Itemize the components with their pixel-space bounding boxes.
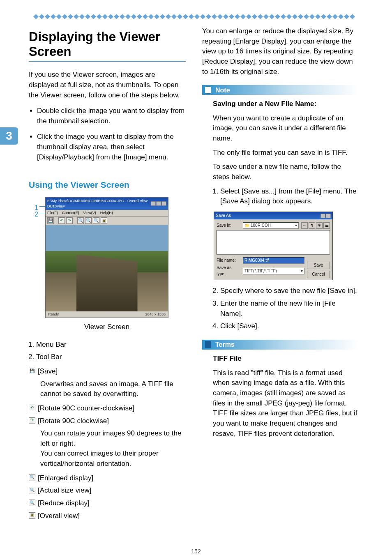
terms-icon — [203, 340, 213, 350]
note-steps: Select [Save as...] from the [File] menu… — [213, 187, 359, 207]
tool-label: [Actual size view] — [38, 486, 91, 496]
window-toolbar: 💾 ↶ ↷ 🔍 🔍 🔍 ▣ — [46, 216, 168, 225]
dialog-titlebar: Save As — [214, 212, 332, 220]
toolbar-item-list: 💾 [Save] Overwrites and saves an image. … — [29, 366, 186, 521]
minimize-icon — [151, 201, 156, 206]
folder-icon: 📁 — [244, 223, 249, 229]
window-menubar: File(F) Correct(E) View(V) Help(H) — [46, 210, 168, 216]
close-icon — [161, 201, 166, 206]
chapter-tab: 3 — [0, 127, 18, 145]
note-paragraph: To save under a new file name, follow th… — [213, 162, 359, 182]
terms-label: Terms — [215, 340, 235, 349]
save-button: Save — [307, 262, 330, 269]
terms-header: Terms — [202, 340, 359, 350]
zoom-description: You can enlarge or reduce the displayed … — [202, 26, 359, 77]
file-list-area — [217, 230, 330, 255]
status-left: Ready — [48, 312, 59, 317]
save-as-type-label: Save as type: — [217, 265, 240, 277]
back-icon: ← — [301, 222, 308, 229]
tool-label: [Rotate 90C counter-clockwise] — [38, 403, 134, 414]
legend-item: Menu Bar — [36, 340, 186, 350]
status-right: 2048 x 1536 — [145, 312, 166, 317]
save-as-type-value: TIFF(*.TIF,*.TIFF) — [244, 268, 301, 274]
bullet-item: Double click the image you want to displ… — [37, 106, 186, 126]
note-step: Specify where to save the new file [Save… — [220, 286, 359, 296]
tool-label: [Reduce display] — [38, 498, 90, 509]
note-step: Click [Save]. — [220, 321, 359, 332]
note-label: Note — [215, 85, 230, 95]
note-icon — [203, 85, 213, 95]
cancel-button: Cancel — [307, 271, 330, 278]
figure-callout-2: 2 — [35, 210, 38, 219]
chevron-down-icon: ▾ — [301, 268, 303, 274]
page-number: 152 — [0, 548, 392, 555]
tool-label: [Enlarged display] — [38, 473, 93, 484]
viewer-figure: 1 2 E:\My Photo\DCIM\100RICOH\RIMG0004.J… — [45, 197, 186, 318]
dialog-title: Save As — [216, 213, 231, 219]
viewer-image-area — [46, 225, 168, 311]
rotate-cw-icon: ↷ — [29, 417, 35, 424]
zoom-in-icon: 🔍 — [29, 474, 35, 481]
view-menu-icon: ☰ — [323, 222, 330, 229]
file-name-input: RIMG0004.tif — [243, 257, 304, 264]
actual-size-icon: 🔍 — [85, 217, 92, 224]
save-in-label: Save in: — [217, 223, 240, 229]
tool-label: [Rotate 90C clockwise] — [38, 416, 109, 426]
save-icon: 💾 — [47, 217, 54, 224]
intro-paragraph: If you use the Viewer screen, images are… — [29, 70, 186, 100]
window-title: E:\My Photo\DCIM\100RICOH\RIMG0004.JPG -… — [47, 198, 151, 209]
zoom-out-icon: 🔍 — [29, 500, 35, 506]
note-paragraph: The only file format you can save in is … — [213, 148, 359, 158]
figure-caption: Viewer Screen — [45, 322, 168, 332]
terms-title: TIFF File — [213, 354, 359, 364]
intro-bullets: Double click the image you want to displ… — [29, 106, 186, 162]
figure-legend-list: Menu Bar Tool Bar — [29, 340, 186, 362]
tool-label: [Save] — [38, 366, 58, 377]
rotate-ccw-icon: ↶ — [58, 217, 65, 224]
overall-view-icon: ▣ — [29, 512, 35, 519]
maximize-icon — [156, 201, 161, 206]
save-icon: 💾 — [29, 368, 35, 374]
save-as-type-dropdown: TIFF(*.TIF,*.TIFF) ▾ — [243, 268, 304, 274]
rotate-cw-icon: ↷ — [66, 217, 73, 224]
menu-correct: Correct(E) — [62, 210, 79, 216]
note-header: Note — [202, 85, 359, 95]
save-as-dialog: Save As Save in: 📁 100RICOH ▾ — [214, 212, 333, 281]
overall-view-icon: ▣ — [101, 217, 107, 224]
decorative-divider — [0, 13, 392, 20]
tool-label: [Overall view] — [38, 511, 80, 521]
note-step: Select [Save as...] from the [File] menu… — [220, 187, 359, 207]
menu-help: Help(H) — [100, 210, 113, 216]
file-name-label: File name: — [217, 258, 240, 264]
chevron-down-icon: ▾ — [295, 223, 297, 229]
tool-description: Overwrites and saves an image. A TIFF fi… — [40, 379, 186, 399]
note-paragraph: When you want to create a duplicate of a… — [213, 113, 359, 144]
title-underline — [29, 61, 186, 62]
actual-size-icon: 🔍 — [29, 487, 35, 493]
note-title: Saving under a New File Name: — [213, 99, 359, 109]
up-folder-icon: ↰ — [309, 222, 315, 229]
help-icon — [321, 214, 325, 218]
close-icon — [326, 214, 331, 218]
menu-file: File(F) — [47, 210, 58, 216]
note-body: Saving under a New File Name: When you w… — [202, 99, 359, 332]
rotate-ccw-icon: ↶ — [29, 405, 35, 411]
new-folder-icon: ✳ — [316, 222, 323, 229]
legend-item: Tool Bar — [36, 352, 186, 362]
note-steps-continued: Specify where to save the new file [Save… — [213, 286, 359, 332]
terms-paragraph: This is read "tiff" file. This is a form… — [213, 368, 359, 439]
note-step: Enter the name of the new file in [File … — [220, 299, 359, 319]
subheading: Using the Viewer Screen — [29, 179, 186, 191]
viewer-window: E:\My Photo\DCIM\100RICOH\RIMG0004.JPG -… — [45, 197, 168, 318]
menu-view: View(V) — [83, 210, 96, 216]
window-titlebar: E:\My Photo\DCIM\100RICOH\RIMG0004.JPG -… — [46, 198, 168, 210]
terms-body: TIFF File This is read "tiff" file. This… — [202, 354, 359, 439]
zoom-out-icon: 🔍 — [93, 217, 99, 224]
bullet-item: Click the image you want to display from… — [37, 132, 186, 162]
save-in-value: 100RICOH — [251, 223, 295, 229]
save-in-dropdown: 📁 100RICOH ▾ — [243, 222, 299, 229]
tool-description: You can rotate your images 90 degrees to… — [40, 428, 186, 469]
window-statusbar: Ready 2048 x 1536 — [46, 311, 168, 318]
zoom-in-icon: 🔍 — [77, 217, 84, 224]
page-title: Displaying the Viewer Screen — [29, 30, 186, 59]
